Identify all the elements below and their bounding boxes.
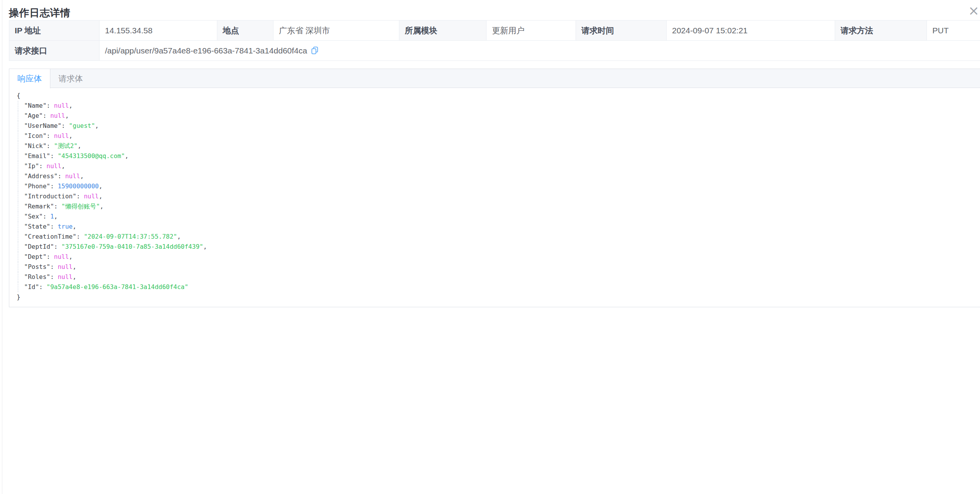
close-icon[interactable]: × (968, 4, 980, 17)
module-label: 所属模块 (399, 21, 487, 41)
tab-response-body[interactable]: 响应体 (9, 69, 50, 88)
ip-label: IP 地址 (9, 21, 100, 41)
request-time-label: 请求时间 (576, 21, 667, 41)
request-time-value: 2024-09-07 15:02:21 (667, 21, 835, 41)
body-tabs-card: 响应体 请求体 { "Name": null, "Age": null, "Us… (9, 69, 980, 307)
log-descriptions-table: IP 地址 14.155.34.58 地点 广东省 深圳市 所属模块 更新用户 … (9, 20, 980, 61)
table-row: 请求接口 /api/app/user/9a57a4e8-e196-663a-78… (9, 41, 980, 61)
location-value: 广东省 深圳市 (273, 21, 399, 41)
request-method-value: PUT (927, 21, 980, 41)
request-api-label: 请求接口 (9, 41, 100, 61)
json-viewer: { "Name": null, "Age": null, "UserName":… (9, 88, 980, 307)
request-method-label: 请求方法 (835, 21, 927, 41)
operation-log-detail-drawer: 操作日志详情 × IP 地址 14.155.34.58 地点 广东省 深圳市 所… (2, 0, 980, 494)
page-title: 操作日志详情 (9, 7, 70, 19)
table-row: IP 地址 14.155.34.58 地点 广东省 深圳市 所属模块 更新用户 … (9, 21, 980, 41)
tabs-header: 响应体 请求体 (9, 69, 980, 88)
ip-value: 14.155.34.58 (100, 21, 217, 41)
drawer-header: 操作日志详情 × (2, 0, 980, 20)
tab-request-body[interactable]: 请求体 (50, 69, 91, 88)
request-api-value: /api/app/user/9a57a4e8-e196-663a-7841-3a… (105, 46, 307, 55)
request-api-cell: /api/app/user/9a57a4e8-e196-663a-7841-3a… (100, 41, 980, 61)
copy-icon[interactable] (311, 46, 319, 55)
location-label: 地点 (217, 21, 273, 41)
module-value: 更新用户 (487, 21, 576, 41)
